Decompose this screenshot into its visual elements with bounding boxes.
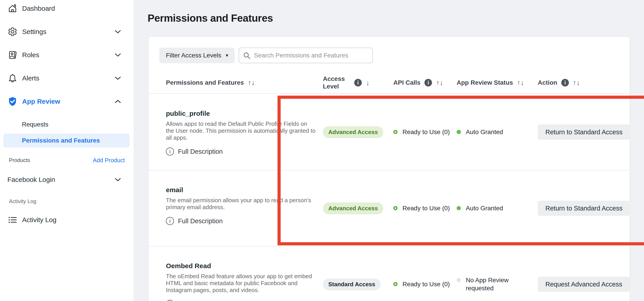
sidebar-item-activity-log[interactable]: Activity Log <box>0 213 134 227</box>
sidebar-item-label: App Review <box>22 98 60 105</box>
column-header-api-calls[interactable]: API Calls i ↑↓ <box>393 79 456 86</box>
chevron-down-icon <box>114 178 121 182</box>
sidebar-item-label: Roles <box>22 51 39 59</box>
sidebar: Dashboard Settings Roles <box>0 0 134 301</box>
page-title: Permissions and Features <box>148 12 273 24</box>
activity-log-section-label: Activity Log <box>9 198 134 205</box>
sub-item-label: Permissions and Features <box>22 137 100 144</box>
list-icon <box>8 215 18 225</box>
home-icon <box>8 3 18 14</box>
status-dot-ready <box>393 130 398 134</box>
table-row-public-profile: public_profile Allows apps to read the D… <box>148 94 630 170</box>
sidebar-item-label: Activity Log <box>22 216 56 224</box>
search-box <box>238 48 373 63</box>
sidebar-item-permissions-and-features[interactable]: Permissions and Features <box>3 134 130 147</box>
permission-description: The oEmbed Read feature allows your app … <box>166 273 316 294</box>
app-review-status: No App Review requested <box>456 276 538 292</box>
sidebar-item-requests[interactable]: Requests <box>0 118 134 131</box>
status-dot-granted <box>456 130 461 134</box>
sidebar-item-label: Alerts <box>22 74 39 82</box>
shield-check-icon <box>8 96 18 107</box>
info-outline-icon: i <box>166 147 174 156</box>
main-content: Permissions and Features Filter Access L… <box>134 0 644 301</box>
sort-icon[interactable]: ↑↓ <box>573 79 580 86</box>
permission-name: email <box>166 186 323 194</box>
sidebar-item-roles[interactable]: Roles <box>0 48 134 62</box>
permission-description: Allows apps to read the Default Public P… <box>166 120 316 141</box>
status-dot-granted <box>456 206 461 210</box>
sort-icon[interactable]: ↑↓ <box>436 79 443 86</box>
access-level-badge: Advanced Access <box>323 126 383 138</box>
products-label: Products <box>9 157 30 163</box>
app-root: Dashboard Settings Roles <box>0 0 644 301</box>
api-calls-status: Ready to Use (0) <box>393 128 456 136</box>
sidebar-item-dashboard[interactable]: Dashboard <box>0 1 134 16</box>
api-calls-status: Ready to Use (0) <box>393 204 456 212</box>
caret-down-icon: ▾ <box>226 52 228 58</box>
toolbar: Filter Access Levels ▾ <box>159 48 373 63</box>
search-input[interactable] <box>238 48 373 63</box>
full-description-link[interactable]: i Full Description <box>166 147 323 156</box>
permission-description: The email permission allows your app to … <box>166 197 316 211</box>
info-outline-icon: i <box>166 217 174 225</box>
sort-desc-icon[interactable]: ↓ <box>366 78 370 87</box>
return-to-standard-access-button[interactable]: Return to Standard Access <box>538 124 630 140</box>
id-card-icon <box>8 50 18 60</box>
full-description-link[interactable]: i Full Description <box>166 300 323 301</box>
api-calls-status: Ready to Use (0) <box>393 280 456 288</box>
table-row-oembed-read: Oembed Read The oEmbed Read feature allo… <box>148 246 630 301</box>
sidebar-item-label: Dashboard <box>22 5 55 12</box>
access-level-badge: Advanced Access <box>323 202 383 214</box>
chevron-down-icon <box>114 30 121 34</box>
table-header: Permissions and Features ↑↓ Access Level… <box>148 72 630 94</box>
info-icon[interactable]: i <box>424 79 432 86</box>
column-header-action[interactable]: Action i ↑↓ <box>538 79 621 86</box>
column-header-app-review-status[interactable]: App Review Status ↑↓ <box>456 79 538 86</box>
status-dot-none <box>456 278 461 282</box>
info-icon[interactable]: i <box>561 79 569 86</box>
sidebar-item-label: Facebook Login <box>8 176 55 183</box>
column-header-permissions[interactable]: Permissions and Features ↑↓ <box>166 79 323 86</box>
chevron-down-icon <box>114 76 121 80</box>
permission-name: Oembed Read <box>166 262 323 270</box>
table-row-email: email The email permission allows your a… <box>148 170 630 246</box>
sort-icon[interactable]: ↑↓ <box>517 79 524 86</box>
column-header-access-level[interactable]: Access Level i ↓ <box>323 75 393 90</box>
products-row: Products Add Product <box>9 156 125 164</box>
search-icon <box>243 52 251 60</box>
filter-access-levels-button[interactable]: Filter Access Levels ▾ <box>159 48 235 63</box>
sidebar-item-app-review[interactable]: App Review <box>0 94 134 109</box>
table-body: public_profile Allows apps to read the D… <box>148 94 630 301</box>
info-outline-icon: i <box>166 300 174 301</box>
app-review-status: Auto Granted <box>456 204 538 212</box>
sub-item-label: Requests <box>22 121 48 128</box>
permission-name: public_profile <box>166 110 323 117</box>
filter-button-label: Filter Access Levels <box>166 52 221 59</box>
permissions-card: Filter Access Levels ▾ Permissions and F… <box>148 36 630 301</box>
chevron-up-icon <box>114 99 121 103</box>
sidebar-item-label: Settings <box>22 28 46 35</box>
chevron-down-icon <box>114 53 121 57</box>
sidebar-item-alerts[interactable]: Alerts <box>0 71 134 85</box>
sidebar-item-facebook-login[interactable]: Facebook Login <box>0 173 134 187</box>
gear-icon <box>8 26 18 37</box>
return-to-standard-access-button[interactable]: Return to Standard Access <box>538 201 630 216</box>
status-dot-ready <box>393 282 398 286</box>
request-advanced-access-button[interactable]: Request Advanced Access <box>538 277 630 292</box>
bell-icon <box>8 73 18 83</box>
add-product-link[interactable]: Add Product <box>93 157 125 164</box>
info-icon[interactable]: i <box>354 79 362 86</box>
status-dot-ready <box>393 206 398 210</box>
sidebar-item-settings[interactable]: Settings <box>0 24 134 39</box>
app-review-status: Auto Granted <box>456 128 538 136</box>
sort-icon[interactable]: ↑↓ <box>248 79 255 86</box>
full-description-link[interactable]: i Full Description <box>166 217 323 225</box>
access-level-badge: Standard Access <box>323 279 380 290</box>
